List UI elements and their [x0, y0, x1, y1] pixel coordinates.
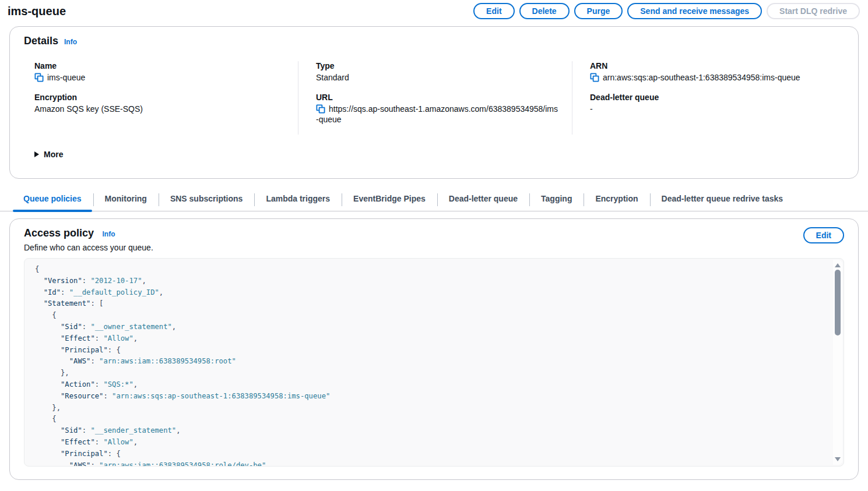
tab-dlq-redrive-tasks[interactable]: Dead-letter queue redrive tasks	[650, 188, 795, 211]
access-policy-card: Access policy Info Define who can access…	[9, 218, 859, 480]
type-label: Type	[316, 61, 558, 70]
more-expander[interactable]: More	[10, 150, 858, 159]
url-field: URL https://sqs.ap-southeast-1.amazonaws…	[316, 93, 558, 125]
scrollbar-thumb[interactable]	[835, 270, 841, 335]
access-policy-info-link[interactable]: Info	[103, 230, 115, 238]
access-policy-header: Access policy Info Define who can access…	[24, 227, 844, 252]
tab-dead-letter-queue[interactable]: Dead-letter queue	[437, 188, 529, 211]
edit-button[interactable]: Edit	[473, 3, 514, 19]
details-info-link[interactable]: Info	[64, 38, 77, 46]
tab-tagging[interactable]: Tagging	[529, 188, 584, 211]
details-column-1: Name ims-queue Encryption Amazon SQS key…	[10, 61, 298, 135]
send-receive-messages-button[interactable]: Send and receive messages	[627, 3, 762, 19]
type-field: Type Standard	[316, 61, 558, 83]
tab-queue-policies[interactable]: Queue policies	[12, 188, 93, 211]
dead-letter-queue-value: -	[590, 104, 844, 114]
policy-code-block[interactable]: { "Version": "2012-10-17", "Id": "__defa…	[24, 258, 844, 467]
name-field: Name ims-queue	[34, 61, 284, 83]
caret-right-icon	[34, 151, 39, 157]
more-label: More	[44, 150, 63, 159]
encryption-value: Amazon SQS key (SSE-SQS)	[34, 104, 284, 114]
scroll-up-arrow-icon[interactable]	[835, 263, 841, 267]
details-column-3: ARN arn:aws:sqs:ap-southeast-1:638389534…	[572, 61, 858, 135]
encryption-label: Encryption	[34, 93, 284, 102]
details-header: Details Info	[10, 35, 858, 47]
tab-monitoring[interactable]: Monitoring	[93, 188, 159, 211]
purge-button[interactable]: Purge	[574, 3, 623, 19]
access-policy-title: Access policy	[24, 227, 94, 239]
url-value: https://sqs.ap-southeast-1.amazonaws.com…	[316, 104, 558, 125]
url-text: https://sqs.ap-southeast-1.amazonaws.com…	[316, 104, 558, 124]
name-text: ims-queue	[47, 73, 85, 82]
tab-sns-subscriptions[interactable]: SNS subscriptions	[159, 188, 254, 211]
name-value: ims-queue	[34, 72, 284, 83]
tab-encryption[interactable]: Encryption	[584, 188, 649, 211]
start-dlq-redrive-button: Start DLQ redrive	[767, 3, 860, 19]
tab-bar: Queue policies Monitoring SNS subscripti…	[0, 188, 868, 211]
delete-button[interactable]: Delete	[519, 3, 570, 19]
arn-label: ARN	[590, 61, 844, 70]
header-actions: Edit Delete Purge Send and receive messa…	[473, 3, 860, 19]
access-policy-edit-button[interactable]: Edit	[803, 227, 844, 243]
access-policy-description: Define who can access your queue.	[24, 243, 153, 252]
arn-text: arn:aws:sqs:ap-southeast-1:638389534958:…	[603, 73, 800, 82]
details-column-2: Type Standard URL https://sqs.ap-southea…	[298, 61, 572, 135]
details-title: Details	[24, 35, 58, 47]
copy-icon[interactable]	[590, 73, 599, 82]
code-scrollbar[interactable]	[833, 260, 842, 465]
policy-code-lines: { "Version": "2012-10-17", "Id": "__defa…	[35, 264, 827, 467]
type-value: Standard	[316, 72, 558, 83]
copy-icon[interactable]	[34, 73, 44, 82]
page-title: ims-queue	[8, 5, 66, 18]
details-grid: Name ims-queue Encryption Amazon SQS key…	[10, 61, 858, 135]
scroll-down-arrow-icon[interactable]	[835, 457, 841, 461]
dead-letter-queue-label: Dead-letter queue	[590, 93, 844, 102]
tab-eventbridge-pipes[interactable]: EventBridge Pipes	[342, 188, 437, 211]
arn-value: arn:aws:sqs:ap-southeast-1:638389534958:…	[590, 72, 844, 83]
details-card: Details Info Name ims-queue Encryption A…	[9, 26, 859, 179]
tab-lambda-triggers[interactable]: Lambda triggers	[254, 188, 342, 211]
url-label: URL	[316, 93, 558, 102]
arn-field: ARN arn:aws:sqs:ap-southeast-1:638389534…	[590, 61, 844, 83]
encryption-field: Encryption Amazon SQS key (SSE-SQS)	[34, 93, 284, 114]
page-header: ims-queue Edit Delete Purge Send and rec…	[0, 0, 868, 22]
name-label: Name	[34, 61, 284, 70]
copy-icon[interactable]	[316, 104, 325, 114]
dead-letter-queue-field: Dead-letter queue -	[590, 93, 844, 114]
